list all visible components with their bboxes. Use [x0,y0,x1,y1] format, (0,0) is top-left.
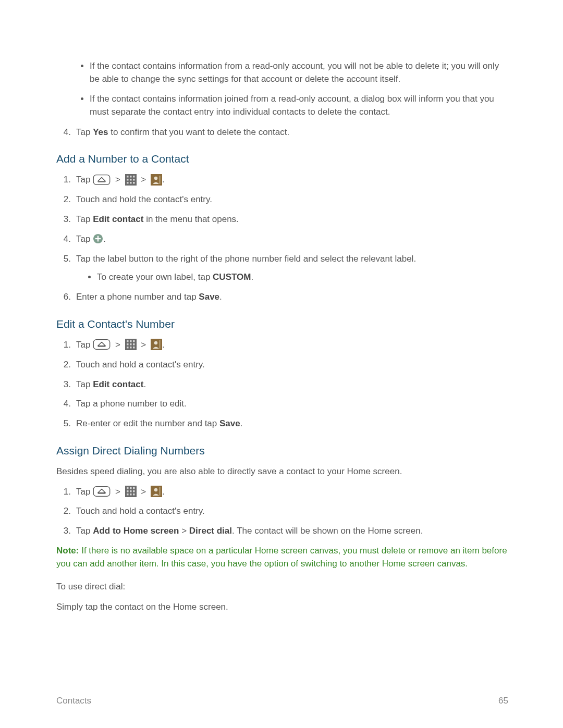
heading-edit-number: Edit a Contact's Number [56,318,508,330]
edit-step-3: 3. Tap Edit contact. [56,378,508,391]
add-step-4: 4. Tap . [56,233,508,245]
dialpad-icon [125,174,137,186]
add-step-3: 3. Tap Edit contact in the menu that ope… [56,213,508,226]
add-step-5: 5. Tap the label button to the right of … [56,253,508,284]
assign-intro: Besides speed dialing, you are also able… [56,465,508,478]
heading-assign-direct-dial: Assign Direct Dialing Numbers [56,445,508,457]
assign-step-1: 1. Tap > > . [56,486,508,498]
delete-contact-bullets: If the contact contains information from… [56,60,508,119]
use-direct-dial-text: Simply tap the contact on the Home scree… [56,601,508,614]
home-icon [93,486,111,497]
use-direct-dial-label: To use direct dial: [56,581,508,594]
bullet-item: If the contact contains information join… [90,93,508,118]
note-home-screen: Note: If there is no available space on … [56,545,508,570]
edit-step-2: 2. Touch and hold a contact's entry. [56,359,508,371]
bullet-item: If the contact contains information from… [90,60,508,85]
add-step-1: 1. Tap > > . [56,174,508,186]
home-icon [93,175,111,185]
edit-step-1: 1. Tap > > . [56,339,508,351]
heading-add-number: Add a Number to a Contact [56,153,508,165]
add-step-6: 6. Enter a phone number and tap Save. [56,291,508,303]
home-icon [93,339,111,350]
assign-step-3: 3. Tap Add to Home screen > Direct dial.… [56,525,508,537]
contact-icon [151,486,162,497]
footer-section: Contacts [56,696,91,706]
edit-step-4: 4. Tap a phone number to edit. [56,398,508,410]
sub-bullet: To create your own label, tap CUSTOM. [97,271,508,283]
add-step-2: 2. Touch and hold the contact's entry. [56,193,508,206]
delete-step-4: 4. Tap Yes to confirm that you want to d… [56,126,508,139]
footer-page-number: 65 [498,696,508,706]
dialpad-icon [125,339,137,350]
edit-step-5: 5. Re-enter or edit the number and tap S… [56,417,508,430]
contact-icon [151,174,162,186]
dialpad-icon [125,486,137,497]
contact-icon [151,339,162,350]
page-footer: Contacts 65 [56,696,508,706]
plus-icon [93,233,103,244]
assign-step-2: 2. Touch and hold a contact's entry. [56,505,508,517]
